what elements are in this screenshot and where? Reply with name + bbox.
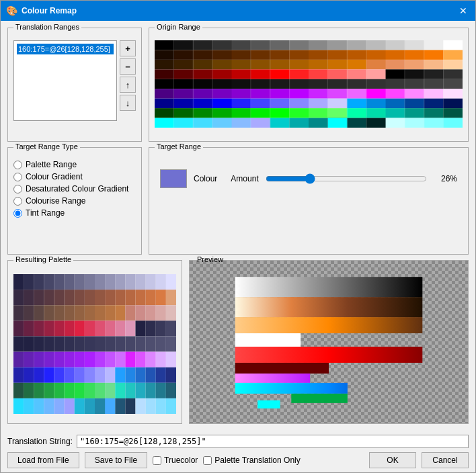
save-to-file-button[interactable]: Save to File bbox=[85, 452, 147, 468]
middle-row: Target Range Type Palette Range Colour G… bbox=[7, 147, 469, 255]
translation-ranges-label: Translation Ranges bbox=[13, 23, 81, 31]
preview-canvas bbox=[195, 274, 463, 414]
radio-tint[interactable]: Tint Range bbox=[13, 208, 136, 218]
palette-translation-label: Palette Translation Only bbox=[214, 456, 300, 465]
truecolor-checkbox[interactable] bbox=[153, 456, 161, 465]
radio-colourise-label: Colourise Range bbox=[26, 196, 85, 206]
main-content: Translation Ranges 160:175=@26[128,128,2… bbox=[1, 21, 475, 431]
resulting-palette-label: Resulting Palette bbox=[13, 255, 73, 263]
colour-label: Colour bbox=[194, 174, 217, 183]
footer: Translation String: Load from File Save … bbox=[1, 431, 475, 472]
window-icon: 🎨 bbox=[6, 5, 17, 16]
origin-grid-container bbox=[155, 40, 463, 128]
slider-container bbox=[266, 173, 427, 184]
footer-buttons: Load from File Save to File Truecolor Pa… bbox=[7, 452, 469, 468]
radio-desaturated[interactable]: Desaturated Colour Gradient bbox=[13, 184, 136, 194]
radio-colourise[interactable]: Colourise Range bbox=[13, 196, 136, 206]
tr-buttons: + − ↑ ↓ bbox=[120, 40, 136, 121]
tr-list-item[interactable]: 160:175=@26[128,128,255] bbox=[17, 44, 114, 54]
target-range-controls: Colour Amount 26% bbox=[155, 167, 463, 191]
window-title: Colour Remap bbox=[22, 6, 77, 15]
colour-remap-window: 🎨 Colour Remap ✕ Translation Ranges 160:… bbox=[0, 0, 476, 473]
cancel-button[interactable]: Cancel bbox=[422, 452, 469, 468]
target-range-panel: Target Range Colour Amount 26% bbox=[149, 147, 469, 255]
radio-palette-range-label: Palette Range bbox=[26, 160, 77, 169]
radio-colourise-input[interactable] bbox=[13, 197, 22, 206]
palette-translation-checkbox-label[interactable]: Palette Translation Only bbox=[203, 456, 300, 465]
amount-slider[interactable] bbox=[266, 173, 427, 184]
radio-group: Palette Range Colour Gradient Desaturate… bbox=[13, 160, 136, 218]
amount-label: Amount bbox=[231, 174, 258, 183]
ok-button[interactable]: OK bbox=[369, 452, 416, 468]
colour-swatch[interactable] bbox=[160, 169, 187, 188]
load-from-file-button[interactable]: Load from File bbox=[7, 452, 79, 468]
top-row: Translation Ranges 160:175=@26[128,128,2… bbox=[7, 28, 469, 142]
titlebar-left: 🎨 Colour Remap bbox=[6, 5, 77, 16]
translation-string-label: Translation String: bbox=[7, 437, 73, 446]
resulting-palette-panel: Resulting Palette bbox=[7, 260, 182, 424]
add-range-button[interactable]: + bbox=[120, 40, 136, 56]
radio-colour-gradient-input[interactable] bbox=[13, 173, 22, 181]
radio-colour-gradient[interactable]: Colour Gradient bbox=[13, 172, 136, 181]
translation-string-input[interactable] bbox=[77, 435, 469, 448]
preview-label: Preview bbox=[195, 255, 225, 263]
translation-ranges-panel: Translation Ranges 160:175=@26[128,128,2… bbox=[7, 28, 142, 142]
translation-ranges-list[interactable]: 160:175=@26[128,128,255] bbox=[13, 40, 117, 121]
radio-desaturated-input[interactable] bbox=[13, 185, 22, 194]
truecolor-checkbox-label[interactable]: Truecolor bbox=[153, 456, 198, 465]
radio-palette-range-input[interactable] bbox=[13, 161, 22, 169]
origin-range-canvas[interactable] bbox=[155, 40, 463, 128]
close-button[interactable]: ✕ bbox=[457, 6, 470, 15]
palette-translation-checkbox[interactable] bbox=[203, 456, 212, 465]
target-range-type-label: Target Range Type bbox=[13, 142, 80, 150]
tr-inner: 160:175=@26[128,128,255] + − ↑ ↓ bbox=[13, 40, 136, 121]
radio-tint-input[interactable] bbox=[13, 209, 22, 218]
truecolor-label: Truecolor bbox=[164, 456, 198, 465]
translation-string-row: Translation String: bbox=[7, 435, 469, 448]
preview-panel: Preview bbox=[189, 260, 469, 424]
radio-palette-range[interactable]: Palette Range bbox=[13, 160, 136, 169]
bottom-row: Resulting Palette Preview bbox=[7, 260, 469, 424]
target-range-type-panel: Target Range Type Palette Range Colour G… bbox=[7, 147, 142, 255]
move-down-button[interactable]: ↓ bbox=[120, 95, 136, 111]
resulting-palette-canvas bbox=[13, 274, 176, 414]
amount-percentage: 26% bbox=[434, 174, 457, 183]
remove-range-button[interactable]: − bbox=[120, 58, 136, 75]
radio-desaturated-label: Desaturated Colour Gradient bbox=[26, 184, 128, 194]
titlebar: 🎨 Colour Remap ✕ bbox=[1, 1, 475, 21]
origin-range-panel: Origin Range bbox=[149, 28, 469, 142]
radio-tint-label: Tint Range bbox=[26, 208, 65, 218]
radio-colour-gradient-label: Colour Gradient bbox=[26, 172, 83, 181]
target-range-label: Target Range bbox=[155, 142, 203, 150]
move-up-button[interactable]: ↑ bbox=[120, 77, 136, 93]
origin-range-label: Origin Range bbox=[155, 23, 202, 31]
